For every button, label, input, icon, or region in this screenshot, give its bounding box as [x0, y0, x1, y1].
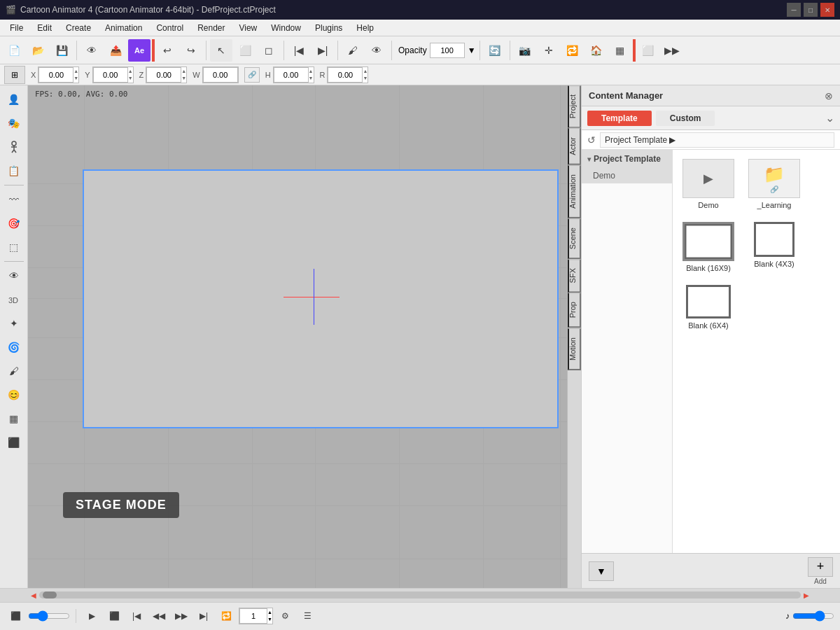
- next-key-btn[interactable]: ▶▶: [172, 606, 191, 626]
- frame-spinner[interactable]: ▲▼: [267, 609, 272, 623]
- motion-btn[interactable]: 🔄: [484, 39, 506, 62]
- lt-paint-btn[interactable]: 🖌: [3, 360, 25, 382]
- lt-grid-btn[interactable]: ⬚: [3, 236, 25, 258]
- minimize-button[interactable]: ─: [787, 3, 801, 17]
- tab-prop[interactable]: Prop: [568, 293, 581, 328]
- scroll-left-arrow[interactable]: ◀: [28, 592, 39, 599]
- first-frame-btn[interactable]: |◀: [288, 39, 310, 62]
- cm-close-button[interactable]: ⊗: [825, 90, 833, 102]
- timeline-btn[interactable]: ▦: [609, 39, 631, 62]
- brush-tool[interactable]: 🖌: [342, 39, 364, 62]
- frame-input[interactable]: [239, 608, 267, 624]
- cm-item-demo[interactable]: Demo: [677, 154, 740, 214]
- cm-add-button[interactable]: +: [808, 557, 833, 577]
- stop-btn[interactable]: ⬛: [104, 606, 124, 626]
- menu-item-plugins[interactable]: Plugins: [308, 22, 349, 34]
- cm-tab-custom[interactable]: Custom: [656, 111, 715, 126]
- menu-item-create[interactable]: Create: [59, 22, 98, 34]
- y-spinner[interactable]: ▲▼: [128, 68, 133, 82]
- scrollbar-thumb[interactable]: [43, 592, 57, 598]
- caption-btn[interactable]: ⬛: [6, 606, 25, 626]
- breadcrumb-back-button[interactable]: ↺: [587, 134, 596, 146]
- tab-project[interactable]: Project: [568, 85, 581, 128]
- settings-btn[interactable]: ⚙: [276, 606, 295, 626]
- titlebar-controls[interactable]: ─ □ ✕: [787, 3, 834, 17]
- lt-wave-btn[interactable]: 〰: [3, 188, 25, 211]
- menu-item-window[interactable]: Window: [264, 22, 308, 34]
- lt-particles-btn[interactable]: ✦: [3, 312, 25, 335]
- export-button[interactable]: 📤: [104, 39, 127, 62]
- new-button[interactable]: 📄: [3, 39, 25, 62]
- breadcrumb-path[interactable]: Project Template ▶: [600, 132, 834, 148]
- lt-face-btn[interactable]: 😊: [3, 384, 25, 406]
- hide-tool[interactable]: 👁: [365, 39, 388, 62]
- left-volume-slider[interactable]: [28, 610, 70, 622]
- cm-item-blank4x3[interactable]: Blank (4X3): [743, 217, 806, 277]
- undo-button[interactable]: ↩: [156, 39, 178, 62]
- snap-btn[interactable]: 🏠: [585, 39, 608, 62]
- cm-item-learning[interactable]: 📁 🔗 _Learning: [743, 154, 806, 214]
- h-input[interactable]: 0.00: [274, 67, 309, 83]
- cm-chevron-icon[interactable]: ⌄: [825, 111, 834, 125]
- z-input[interactable]: 0.00: [146, 67, 181, 83]
- x-spinner[interactable]: ▲▼: [74, 68, 78, 82]
- timeline-view-btn[interactable]: ☰: [298, 606, 318, 626]
- grid-button[interactable]: ⊞: [4, 66, 25, 84]
- lt-avatar-btn[interactable]: 🎭: [3, 112, 25, 134]
- loop-btn[interactable]: 🔁: [216, 606, 236, 626]
- view-btn[interactable]: ⬜: [637, 39, 659, 62]
- scrollbar-track[interactable]: [39, 592, 801, 598]
- tab-sfx[interactable]: SFX: [568, 259, 581, 293]
- r-input[interactable]: 0.00: [328, 67, 363, 83]
- menu-item-control[interactable]: Control: [149, 22, 190, 34]
- h-spinner[interactable]: ▲▼: [309, 68, 314, 82]
- tab-motion[interactable]: Motion: [568, 328, 581, 370]
- tab-actor[interactable]: Actor: [568, 128, 581, 165]
- last-frame-btn[interactable]: ▶|: [312, 39, 334, 62]
- copy-tool[interactable]: ⬜: [234, 39, 256, 62]
- z-spinner[interactable]: ▲▼: [181, 68, 186, 82]
- open-button[interactable]: 📂: [27, 39, 49, 62]
- opacity-input[interactable]: [430, 43, 465, 58]
- tab-animation[interactable]: Animation: [568, 165, 581, 218]
- lt-bottom-btn[interactable]: ⬛: [3, 431, 25, 454]
- play-btn[interactable]: ▶: [82, 606, 102, 626]
- more-btn[interactable]: ▶▶: [661, 39, 683, 62]
- stage-canvas[interactable]: [83, 169, 559, 428]
- y-input[interactable]: 0.00: [93, 67, 128, 83]
- lt-motion-btn[interactable]: [3, 136, 25, 158]
- lt-3d-btn[interactable]: 3D: [3, 288, 25, 311]
- redo-button[interactable]: ↪: [180, 39, 202, 62]
- menu-item-view[interactable]: View: [232, 22, 264, 34]
- right-volume-slider[interactable]: [792, 610, 834, 622]
- cm-down-button[interactable]: ▼: [589, 561, 614, 581]
- tree-item-demo[interactable]: Demo: [582, 168, 672, 183]
- menu-item-help[interactable]: Help: [349, 22, 381, 34]
- select-tool[interactable]: ↖: [210, 39, 232, 62]
- lt-character-btn[interactable]: 👤: [3, 88, 25, 111]
- lt-grid2-btn[interactable]: ▦: [3, 407, 25, 430]
- cm-item-blank16x9[interactable]: Blank (16X9): [677, 217, 740, 277]
- ae-button[interactable]: Ae: [128, 39, 150, 62]
- scroll-right-arrow[interactable]: ▶: [801, 592, 812, 599]
- lt-eye-btn[interactable]: 👁: [3, 265, 25, 287]
- w-input[interactable]: 0.00: [203, 67, 238, 83]
- x-input[interactable]: 0.00: [38, 67, 74, 83]
- lt-target-btn[interactable]: 🎯: [3, 212, 25, 234]
- prev-key-btn[interactable]: ◀◀: [149, 606, 169, 626]
- tab-scene[interactable]: Scene: [568, 218, 581, 259]
- menu-item-file[interactable]: File: [3, 22, 30, 34]
- menu-item-edit[interactable]: Edit: [30, 22, 59, 34]
- rotate-btn[interactable]: 🔁: [561, 39, 584, 62]
- cm-tab-template[interactable]: Template: [587, 111, 652, 126]
- opacity-dropdown-icon[interactable]: ▼: [468, 46, 476, 55]
- cm-item-blank6x4[interactable]: Blank (6X4): [677, 280, 740, 335]
- save-button[interactable]: 💾: [50, 39, 73, 62]
- paste-tool[interactable]: ◻: [258, 39, 280, 62]
- camera-btn[interactable]: 📷: [514, 39, 536, 62]
- menu-item-render[interactable]: Render: [190, 22, 232, 34]
- tree-group-project-template[interactable]: ▾ Project Template: [582, 150, 672, 168]
- lt-spring-btn[interactable]: 🌀: [3, 336, 25, 358]
- move-btn[interactable]: ✛: [538, 39, 560, 62]
- close-button[interactable]: ✕: [820, 3, 834, 17]
